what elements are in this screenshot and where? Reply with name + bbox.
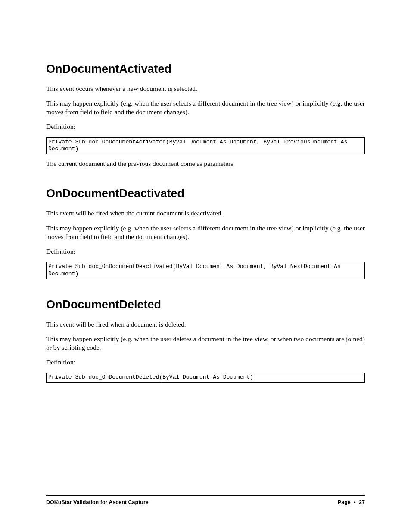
code-block: Private Sub doc_OnDocumentDeleted(ByVal … [46,373,365,383]
paragraph: This may happen explicitly (e.g. when th… [46,224,365,241]
footer-title: DOKuStar Validation for Ascent Capture [46,499,149,505]
paragraph: Definition: [46,122,365,131]
document-page: OnDocumentActivated This event occurs wh… [0,0,411,532]
footer-page-label: Page [338,499,351,505]
footer-divider [46,495,365,496]
bullet-icon: • [354,499,355,505]
paragraph: This may happen explicitly (e.g. when th… [46,99,365,116]
code-block: Private Sub doc_OnDocumentDeactivated(By… [46,262,365,279]
heading-ondocumentdeactivated: OnDocumentDeactivated [46,187,365,200]
paragraph: Definition: [46,358,365,367]
heading-ondocumentdeleted: OnDocumentDeleted [46,298,365,311]
paragraph: This may happen explicitly (e.g. when th… [46,335,365,352]
heading-ondocumentactivated: OnDocumentActivated [46,62,365,76]
footer-row: DOKuStar Validation for Ascent Capture P… [46,499,365,505]
code-block: Private Sub doc_OnDocumentActivated(ByVa… [46,137,365,155]
paragraph: This event occurs whenever a new documen… [46,84,365,93]
paragraph: This event will be fired when the curren… [46,209,365,218]
footer-page: Page • 27 [338,499,365,505]
paragraph: The current document and the previous do… [46,159,365,168]
footer-page-number: 27 [359,499,365,505]
paragraph: Definition: [46,247,365,256]
paragraph: This event will be fired when a document… [46,320,365,329]
page-footer: DOKuStar Validation for Ascent Capture P… [46,495,365,505]
